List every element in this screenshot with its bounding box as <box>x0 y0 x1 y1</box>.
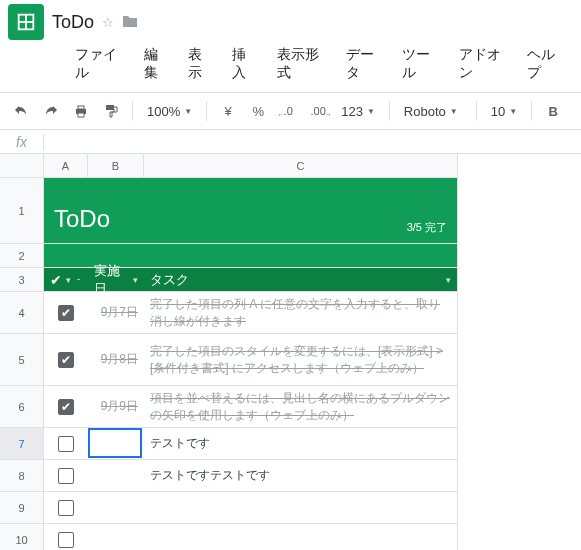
svg-rect-5 <box>78 106 84 109</box>
row-header[interactable]: 10 <box>0 524 44 550</box>
task-cell[interactable]: 項目を並べ替えるには、見出し名の横にあるプルダウンの矢印を使用します（ウェブ上の… <box>144 386 457 427</box>
date-cell[interactable] <box>88 460 144 491</box>
currency-button[interactable]: ¥ <box>215 98 241 124</box>
menu-bar: ファイル編集表示挿入表示形式データツールアドオンヘルプ <box>8 38 573 92</box>
header-row: ✔▾ 実施日▾ タスク▾ <box>44 268 457 291</box>
check-cell <box>44 492 88 523</box>
menu-item[interactable]: 表示 <box>179 42 221 86</box>
checkbox[interactable] <box>58 532 74 548</box>
fx-icon: fx <box>0 134 44 150</box>
select-all-corner[interactable] <box>0 154 44 178</box>
row-header[interactable]: 8 <box>0 460 44 492</box>
undo-button[interactable] <box>8 98 34 124</box>
table-row: ✔ 9月9日 項目を並べ替えるには、見出し名の横にあるプルダウンの矢印を使用しま… <box>44 386 457 427</box>
menu-item[interactable]: 表示形式 <box>268 42 335 86</box>
menu-item[interactable]: データ <box>337 42 392 86</box>
task-cell[interactable] <box>144 524 457 550</box>
filter-icon[interactable]: ▾ <box>133 275 138 285</box>
check-cell <box>44 428 88 459</box>
header-check[interactable]: ✔▾ <box>44 272 88 288</box>
task-cell[interactable]: 完了した項目のスタイルを変更するには、[表示形式] > [条件付き書式] にアク… <box>144 334 457 385</box>
column-header[interactable]: B <box>88 154 144 178</box>
increase-decimal-button[interactable]: .00→ <box>305 98 331 124</box>
percent-button[interactable]: % <box>245 98 271 124</box>
checkbox[interactable]: ✔ <box>58 352 74 368</box>
table-row <box>44 524 457 550</box>
table-row <box>44 492 457 523</box>
date-cell[interactable] <box>88 428 144 459</box>
table-row: テストですテストです <box>44 460 457 491</box>
task-cell[interactable]: テストです <box>144 428 457 459</box>
toolbar: 100%▼ ¥ % .0← .00→ 123▼ Roboto▼ 10▼ B <box>0 92 581 130</box>
sheet-title: ToDo <box>54 205 110 243</box>
font-size-select[interactable]: 10▼ <box>485 98 523 124</box>
font-select[interactable]: Roboto▼ <box>398 98 468 124</box>
header-task[interactable]: タスク▾ <box>144 271 457 289</box>
date-cell[interactable]: 9月7日 <box>88 292 144 333</box>
table-row: ✔ 9月7日 完了した項目の列 A に任意の文字を入力すると、取り消し線が付きま… <box>44 292 457 333</box>
status-text: 3/5 完了 <box>407 220 447 243</box>
column-header[interactable]: C <box>144 154 458 178</box>
row-header[interactable]: 1 <box>0 178 44 244</box>
redo-button[interactable] <box>38 98 64 124</box>
checkbox[interactable] <box>58 500 74 516</box>
table-row: テストです <box>44 428 457 459</box>
checkbox[interactable] <box>58 436 74 452</box>
folder-icon[interactable] <box>122 14 138 31</box>
date-cell[interactable] <box>88 492 144 523</box>
doc-title[interactable]: ToDo <box>52 12 94 33</box>
task-cell[interactable]: テストですテストです <box>144 460 457 491</box>
zoom-select[interactable]: 100%▼ <box>141 98 198 124</box>
filter-icon[interactable]: ▾ <box>446 275 451 285</box>
paint-format-button[interactable] <box>98 98 124 124</box>
menu-item[interactable]: アドオン <box>450 42 517 86</box>
row-header[interactable]: 2 <box>0 244 44 268</box>
decrease-decimal-button[interactable]: .0← <box>275 98 301 124</box>
menu-item[interactable]: ファイル <box>66 42 133 86</box>
formula-bar[interactable]: fx <box>0 130 581 154</box>
date-cell[interactable]: 9月9日 <box>88 386 144 427</box>
check-cell: ✔ <box>44 334 88 385</box>
menu-item[interactable]: 編集 <box>135 42 177 86</box>
date-cell[interactable] <box>88 524 144 550</box>
check-cell <box>44 460 88 491</box>
number-format-select[interactable]: 123▼ <box>335 98 381 124</box>
row-header[interactable]: 6 <box>0 386 44 428</box>
row-header[interactable]: 9 <box>0 492 44 524</box>
menu-item[interactable]: 挿入 <box>223 42 265 86</box>
checkbox[interactable] <box>58 468 74 484</box>
row-header[interactable]: 7 <box>0 428 44 460</box>
sheets-logo[interactable] <box>8 4 44 40</box>
checkbox[interactable]: ✔ <box>58 399 74 415</box>
star-icon[interactable]: ☆ <box>102 15 114 30</box>
column-header[interactable]: A <box>44 154 88 178</box>
bold-button[interactable]: B <box>540 98 566 124</box>
print-button[interactable] <box>68 98 94 124</box>
row-header[interactable]: 5 <box>0 334 44 386</box>
date-cell[interactable]: 9月8日 <box>88 334 144 385</box>
task-cell[interactable] <box>144 492 457 523</box>
sheet-title-row: ToDo 3/5 完了 <box>44 178 457 243</box>
check-cell: ✔ <box>44 292 88 333</box>
check-cell: ✔ <box>44 386 88 427</box>
menu-item[interactable]: ツール <box>393 42 448 86</box>
table-row: ✔ 9月8日 完了した項目のスタイルを変更するには、[表示形式] > [条件付き… <box>44 334 457 385</box>
svg-rect-7 <box>106 105 114 110</box>
filter-icon[interactable]: ▾ <box>66 275 71 285</box>
row-header[interactable]: 4 <box>0 292 44 334</box>
menu-item[interactable]: ヘルプ <box>518 42 573 86</box>
check-cell <box>44 524 88 550</box>
checkbox[interactable]: ✔ <box>58 305 74 321</box>
row-header[interactable]: 3 <box>0 268 44 292</box>
svg-rect-6 <box>78 113 84 117</box>
task-cell[interactable]: 完了した項目の列 A に任意の文字を入力すると、取り消し線が付きます <box>144 292 457 333</box>
